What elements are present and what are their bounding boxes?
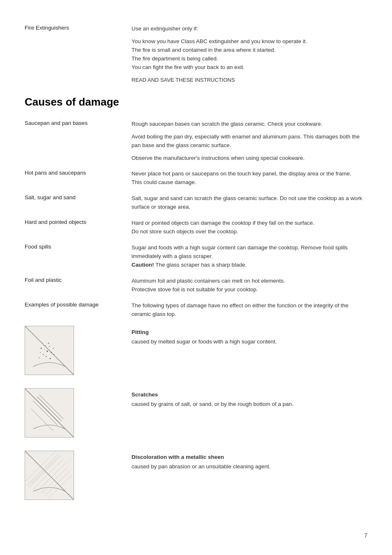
- fire-ext-content: Use an extinguisher only if: You know yo…: [131, 25, 367, 84]
- pitting-row: Pitting caused by melted sugar or foods …: [25, 326, 367, 375]
- svg-point-13: [54, 354, 55, 355]
- causes-of-damage-heading: Causes of damage: [25, 96, 367, 108]
- salt-content: Salt, sugar and sand can scratch the gla…: [131, 194, 367, 212]
- foil-content: Aluminum foil and plastic containers can…: [131, 277, 367, 294]
- scratches-description: caused by grains of salt, or sand, or by…: [131, 400, 367, 408]
- svg-point-5: [43, 354, 44, 355]
- svg-point-6: [49, 346, 50, 347]
- svg-point-14: [39, 357, 39, 358]
- examples-para-1: The following types of damage have no ef…: [131, 302, 367, 319]
- svg-point-4: [46, 351, 48, 352]
- saucepan-para-1: Rough saucepan bases can scratch the gla…: [131, 120, 367, 129]
- scratches-image: [25, 388, 74, 438]
- salt-label: Salt, sugar and sand: [25, 194, 131, 212]
- examples-section: Examples of possible damage The followin…: [25, 302, 367, 319]
- foil-section: Foil and plastic Aluminum foil and plast…: [25, 277, 367, 294]
- salt-section: Salt, sugar and sand Salt, sugar and san…: [25, 194, 367, 212]
- caution-label: Caution!: [131, 262, 154, 268]
- hard-objects-label: Hard and pointed objects: [25, 219, 131, 236]
- scratches-svg: [25, 389, 74, 437]
- fire-extinguishers-section: Fire Extinguishers Use an extinguisher o…: [25, 25, 367, 84]
- scratches-title: Scratches: [131, 391, 367, 399]
- svg-point-15: [49, 358, 51, 359]
- discoloration-image: [25, 451, 74, 500]
- svg-point-12: [42, 343, 43, 344]
- pitting-description: caused by melted sugar or foods with a h…: [131, 338, 367, 346]
- foil-para-1: Aluminum foil and plastic containers can…: [131, 277, 367, 294]
- svg-point-16: [44, 350, 45, 350]
- salt-para-1: Salt, sugar and sand can scratch the gla…: [131, 194, 367, 212]
- fire-ext-footer: READ AND SAVE THESE INSTRUCTIONS: [131, 76, 367, 84]
- examples-content: The following types of damage have no ef…: [131, 302, 367, 319]
- saucepan-section: Saucepan and pan bases Rough saucepan ba…: [25, 120, 367, 163]
- fire-extinguishers-label: Fire Extinguishers: [25, 25, 131, 84]
- svg-point-10: [53, 348, 54, 349]
- scratches-row: Scratches caused by grains of salt, or s…: [25, 388, 367, 438]
- food-spills-content: Sugar and foods with a high sugar conten…: [131, 244, 367, 269]
- foil-label: Foil and plastic: [25, 277, 131, 294]
- discoloration-svg: [25, 451, 74, 500]
- food-spills-label: Food spills: [25, 244, 131, 269]
- examples-label: Examples of possible damage: [25, 302, 131, 319]
- hot-pans-section: Hot pans and saucepans Never place hot p…: [25, 170, 367, 187]
- discoloration-title: Discoloration with a metallic sheen: [131, 453, 367, 461]
- discoloration-row: Discoloration with a metallic sheen caus…: [25, 451, 367, 500]
- discoloration-description: caused by pan abrasion or an unsuitable …: [131, 463, 367, 471]
- hot-pans-para-1: Never place hot pans or saucepans on the…: [131, 170, 367, 187]
- saucepan-label: Saucepan and pan bases: [25, 120, 131, 163]
- fire-ext-label-text: Fire Extinguishers: [25, 25, 69, 31]
- pitting-image: [25, 326, 74, 375]
- svg-point-3: [45, 345, 46, 346]
- svg-point-9: [46, 356, 46, 357]
- pitting-svg: [25, 326, 74, 375]
- scratches-text: Scratches caused by grains of salt, or s…: [131, 388, 367, 408]
- food-spills-para-1: Sugar and foods with a high sugar conten…: [131, 244, 367, 269]
- saucepan-content: Rough saucepan bases can scratch the gla…: [131, 120, 367, 163]
- pitting-image-wrapper: [25, 326, 131, 375]
- hard-objects-para-1: Hard or pointed objects can damage the c…: [131, 219, 367, 236]
- svg-point-7: [51, 352, 52, 353]
- hard-objects-content: Hard or pointed objects can damage the c…: [131, 219, 367, 236]
- damage-examples-container: Pitting caused by melted sugar or foods …: [25, 326, 367, 500]
- scratches-image-wrapper: [25, 388, 131, 438]
- saucepan-para-2: Avoid boiling the pan dry, especially wi…: [131, 133, 367, 150]
- saucepan-para-3: Observe the manufacturer's instructions …: [131, 154, 367, 163]
- pitting-text: Pitting caused by melted sugar or foods …: [131, 326, 367, 346]
- discoloration-text: Discoloration with a metallic sheen caus…: [131, 451, 367, 471]
- hard-objects-section: Hard and pointed objects Hard or pointed…: [25, 219, 367, 236]
- fire-ext-intro: Use an extinguisher only if:: [131, 25, 367, 33]
- svg-point-2: [41, 348, 42, 349]
- discoloration-image-wrapper: [25, 451, 131, 500]
- svg-point-11: [48, 343, 49, 344]
- fire-ext-body: You know you have Class ABC extinguisher…: [131, 37, 367, 72]
- page-number: 7: [364, 532, 367, 539]
- hot-pans-label: Hot pans and saucepans: [25, 170, 131, 187]
- hot-pans-content: Never place hot pans or saucepans on the…: [131, 170, 367, 187]
- svg-point-8: [40, 352, 41, 353]
- food-spills-section: Food spills Sugar and foods with a high …: [25, 244, 367, 269]
- pitting-title: Pitting: [131, 328, 367, 336]
